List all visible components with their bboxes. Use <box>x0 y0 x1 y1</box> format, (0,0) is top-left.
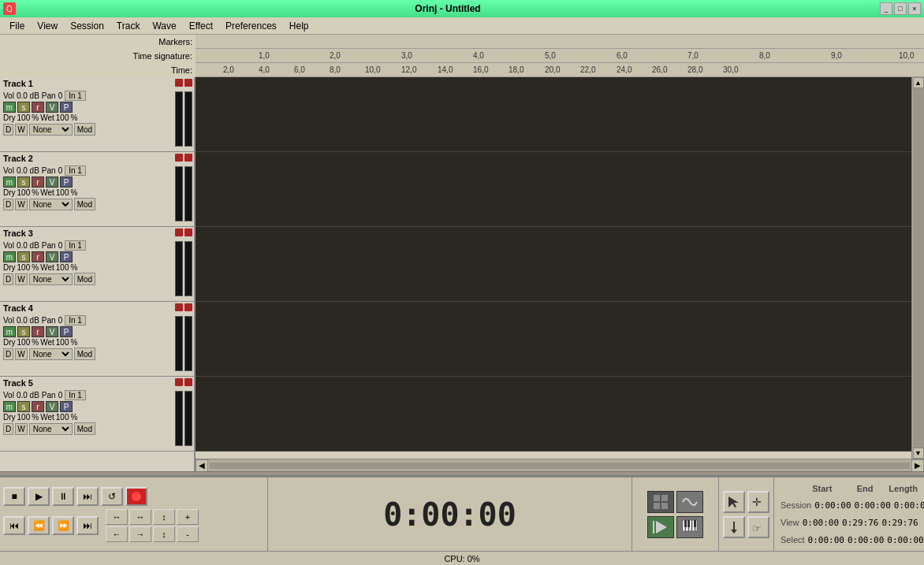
menu-preferences[interactable]: Preferences <box>219 19 283 33</box>
scroll-right-button[interactable]: ▶ <box>911 459 924 472</box>
zoom-out-button[interactable]: - <box>177 526 199 542</box>
track-5-solo-button[interactable]: s <box>17 401 30 412</box>
track-5-mod-button[interactable]: Mod <box>74 422 95 435</box>
track-2-mod-button[interactable]: Mod <box>74 198 95 210</box>
close-button[interactable]: × <box>908 2 921 15</box>
track-1-led-red2[interactable] <box>184 79 192 87</box>
track-2-led-red[interactable] <box>175 154 183 162</box>
zoom-out-h-button[interactable]: ↔ <box>106 509 128 525</box>
track-4-led-red2[interactable] <box>184 303 192 311</box>
zoom-in-button[interactable]: + <box>177 509 199 525</box>
track-1-rec-button[interactable]: r <box>32 102 44 113</box>
track-1-mod-button[interactable]: Mod <box>74 123 95 136</box>
track-3-mod-button[interactable]: Mod <box>74 273 95 285</box>
menu-help[interactable]: Help <box>283 19 315 33</box>
track-5-rec-button[interactable]: r <box>32 401 44 412</box>
fx-play-button[interactable] <box>647 516 674 538</box>
track-4-d-button[interactable]: D <box>3 348 13 360</box>
track-2-v-button[interactable]: V <box>46 177 58 188</box>
zoom-v-button[interactable]: ↕ <box>153 509 175 525</box>
track-2-solo-button[interactable]: s <box>17 177 30 188</box>
track-2-p-button[interactable]: P <box>60 177 73 188</box>
track-3-mute-button[interactable]: m <box>3 251 16 262</box>
track-5-led-red2[interactable] <box>184 378 192 386</box>
track-1-p-button[interactable]: P <box>60 102 73 113</box>
track-2-in-button[interactable]: In 1 <box>65 165 86 176</box>
track-2-rec-button[interactable]: r <box>32 177 44 188</box>
track-2-w-button[interactable]: W <box>15 199 27 210</box>
track-5-p-button[interactable]: P <box>60 401 73 412</box>
track-4-p-button[interactable]: P <box>60 326 73 337</box>
track-3-led-red[interactable] <box>175 229 183 236</box>
track-4-solo-button[interactable]: s <box>17 326 30 337</box>
track-5-d-button[interactable]: D <box>3 423 13 435</box>
track-1-led-red[interactable] <box>175 79 183 87</box>
track-2-led-red2[interactable] <box>184 154 192 162</box>
menu-session[interactable]: Session <box>64 19 110 33</box>
pause-button[interactable]: ⏸ <box>52 487 74 506</box>
track-4-rec-button[interactable]: r <box>32 326 44 337</box>
rewind-button[interactable]: ⏪ <box>28 516 50 535</box>
scroll-down-button[interactable]: ▼ <box>913 448 924 459</box>
hand-tool-button[interactable]: ☞ <box>747 516 769 538</box>
track-4-led-red[interactable] <box>175 303 183 311</box>
menu-effect[interactable]: Effect <box>183 19 219 33</box>
scroll-up-button[interactable]: ▲ <box>913 77 924 88</box>
scroll-left-button[interactable]: ◀ <box>196 459 208 472</box>
track-1-solo-button[interactable]: s <box>17 102 30 113</box>
minimize-button[interactable]: _ <box>880 2 892 15</box>
record-button[interactable] <box>125 487 147 506</box>
vertical-scrollbar[interactable]: ▲ ▼ <box>911 77 924 459</box>
nudge-right-button[interactable]: → <box>129 526 151 542</box>
track-3-p-button[interactable]: P <box>60 251 73 262</box>
track-1-d-button[interactable]: D <box>3 124 13 136</box>
track-3-d-button[interactable]: D <box>3 273 13 285</box>
track-3-led-red2[interactable] <box>184 229 192 236</box>
forward-to-end-button[interactable]: ⏭ <box>76 516 99 535</box>
track-1-mute-button[interactable]: m <box>3 102 16 113</box>
track-3-rec-button[interactable]: r <box>32 251 44 262</box>
track-2-d-button[interactable]: D <box>3 199 13 210</box>
horizontal-scrollbar[interactable]: ◀ ▶ <box>196 459 924 471</box>
track-3-in-button[interactable]: In 1 <box>65 240 86 251</box>
play-button[interactable]: ▶ <box>28 487 50 506</box>
track-3-v-button[interactable]: V <box>46 251 58 262</box>
zoom-in-h-button[interactable]: ↔ <box>129 509 151 525</box>
track-4-mute-button[interactable]: m <box>3 326 16 337</box>
nudge-left-button[interactable]: ← <box>106 526 128 542</box>
track-1-fx-select[interactable]: None <box>29 124 73 136</box>
track-5-in-button[interactable]: In 1 <box>65 390 86 400</box>
track-4-mod-button[interactable]: Mod <box>74 348 95 360</box>
rewind-to-start-button[interactable]: ⏮ <box>3 516 25 535</box>
track-3-solo-button[interactable]: s <box>17 251 30 262</box>
track-4-in-button[interactable]: In 1 <box>65 315 86 325</box>
nudge-v-button[interactable]: ↕ <box>153 526 175 542</box>
track-1-v-button[interactable]: V <box>46 102 58 113</box>
fx-grid-button[interactable] <box>647 491 674 513</box>
menu-view[interactable]: View <box>31 19 64 33</box>
stop-button[interactable]: ■ <box>3 487 25 506</box>
track-3-w-button[interactable]: W <box>15 273 27 285</box>
track-5-fx-select[interactable]: None <box>29 423 73 435</box>
fx-wave-button[interactable] <box>676 491 703 513</box>
window-controls[interactable]: _ □ × <box>880 2 921 15</box>
menu-track[interactable]: Track <box>110 19 147 33</box>
track-5-w-button[interactable]: W <box>15 423 27 435</box>
menu-file[interactable]: File <box>3 19 31 33</box>
pointer-tool-button[interactable] <box>723 491 745 513</box>
track-4-fx-select[interactable]: None <box>29 348 73 360</box>
fast-forward-button[interactable]: ⏭ <box>76 487 99 506</box>
track-3-fx-select[interactable]: None <box>29 273 73 285</box>
track-5-v-button[interactable]: V <box>46 401 58 412</box>
forward-button[interactable]: ⏩ <box>52 516 74 535</box>
fx-piano-button[interactable] <box>676 516 703 538</box>
maximize-button[interactable]: □ <box>894 2 907 15</box>
loop-button[interactable]: ↺ <box>101 487 123 506</box>
track-5-mute-button[interactable]: m <box>3 401 16 412</box>
track-1-w-button[interactable]: W <box>15 124 27 136</box>
track-4-w-button[interactable]: W <box>15 348 27 360</box>
track-5-led-red[interactable] <box>175 378 183 386</box>
track-1-in-button[interactable]: In 1 <box>65 91 86 101</box>
track-2-fx-select[interactable]: None <box>29 199 73 210</box>
menu-wave[interactable]: Wave <box>146 19 182 33</box>
